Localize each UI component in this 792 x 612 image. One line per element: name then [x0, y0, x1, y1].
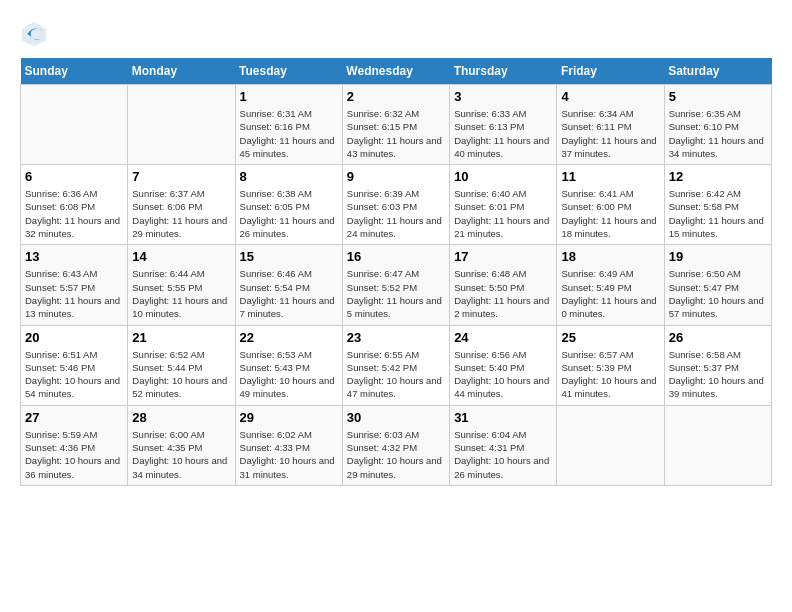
weekday-header-thursday: Thursday	[450, 58, 557, 85]
day-number: 30	[347, 410, 445, 425]
day-number: 19	[669, 249, 767, 264]
calendar-cell: 28Sunrise: 6:00 AM Sunset: 4:35 PM Dayli…	[128, 405, 235, 485]
calendar-cell: 24Sunrise: 6:56 AM Sunset: 5:40 PM Dayli…	[450, 325, 557, 405]
day-info: Sunrise: 6:36 AM Sunset: 6:08 PM Dayligh…	[25, 187, 123, 240]
day-number: 25	[561, 330, 659, 345]
calendar-cell: 15Sunrise: 6:46 AM Sunset: 5:54 PM Dayli…	[235, 245, 342, 325]
day-number: 28	[132, 410, 230, 425]
day-info: Sunrise: 6:34 AM Sunset: 6:11 PM Dayligh…	[561, 107, 659, 160]
day-number: 14	[132, 249, 230, 264]
day-number: 9	[347, 169, 445, 184]
weekday-header-monday: Monday	[128, 58, 235, 85]
calendar-cell: 17Sunrise: 6:48 AM Sunset: 5:50 PM Dayli…	[450, 245, 557, 325]
logo	[20, 20, 52, 48]
calendar-cell: 7Sunrise: 6:37 AM Sunset: 6:06 PM Daylig…	[128, 165, 235, 245]
day-info: Sunrise: 6:41 AM Sunset: 6:00 PM Dayligh…	[561, 187, 659, 240]
weekday-header-wednesday: Wednesday	[342, 58, 449, 85]
day-number: 6	[25, 169, 123, 184]
calendar-table: SundayMondayTuesdayWednesdayThursdayFrid…	[20, 58, 772, 486]
calendar-week-row: 27Sunrise: 5:59 AM Sunset: 4:36 PM Dayli…	[21, 405, 772, 485]
calendar-cell: 11Sunrise: 6:41 AM Sunset: 6:00 PM Dayli…	[557, 165, 664, 245]
day-info: Sunrise: 5:59 AM Sunset: 4:36 PM Dayligh…	[25, 428, 123, 481]
calendar-cell: 13Sunrise: 6:43 AM Sunset: 5:57 PM Dayli…	[21, 245, 128, 325]
day-info: Sunrise: 6:55 AM Sunset: 5:42 PM Dayligh…	[347, 348, 445, 401]
day-info: Sunrise: 6:32 AM Sunset: 6:15 PM Dayligh…	[347, 107, 445, 160]
day-number: 4	[561, 89, 659, 104]
calendar-cell: 26Sunrise: 6:58 AM Sunset: 5:37 PM Dayli…	[664, 325, 771, 405]
calendar-cell	[128, 85, 235, 165]
day-info: Sunrise: 6:37 AM Sunset: 6:06 PM Dayligh…	[132, 187, 230, 240]
calendar-cell: 4Sunrise: 6:34 AM Sunset: 6:11 PM Daylig…	[557, 85, 664, 165]
calendar-header-row: SundayMondayTuesdayWednesdayThursdayFrid…	[21, 58, 772, 85]
calendar-cell: 14Sunrise: 6:44 AM Sunset: 5:55 PM Dayli…	[128, 245, 235, 325]
day-number: 15	[240, 249, 338, 264]
day-info: Sunrise: 6:57 AM Sunset: 5:39 PM Dayligh…	[561, 348, 659, 401]
day-info: Sunrise: 6:44 AM Sunset: 5:55 PM Dayligh…	[132, 267, 230, 320]
day-number: 7	[132, 169, 230, 184]
day-number: 31	[454, 410, 552, 425]
calendar-cell	[557, 405, 664, 485]
day-number: 13	[25, 249, 123, 264]
calendar-week-row: 1Sunrise: 6:31 AM Sunset: 6:16 PM Daylig…	[21, 85, 772, 165]
calendar-cell: 21Sunrise: 6:52 AM Sunset: 5:44 PM Dayli…	[128, 325, 235, 405]
day-number: 29	[240, 410, 338, 425]
calendar-week-row: 13Sunrise: 6:43 AM Sunset: 5:57 PM Dayli…	[21, 245, 772, 325]
calendar-cell: 3Sunrise: 6:33 AM Sunset: 6:13 PM Daylig…	[450, 85, 557, 165]
calendar-cell: 27Sunrise: 5:59 AM Sunset: 4:36 PM Dayli…	[21, 405, 128, 485]
day-info: Sunrise: 6:42 AM Sunset: 5:58 PM Dayligh…	[669, 187, 767, 240]
day-number: 16	[347, 249, 445, 264]
calendar-cell: 16Sunrise: 6:47 AM Sunset: 5:52 PM Dayli…	[342, 245, 449, 325]
day-info: Sunrise: 6:02 AM Sunset: 4:33 PM Dayligh…	[240, 428, 338, 481]
day-info: Sunrise: 6:38 AM Sunset: 6:05 PM Dayligh…	[240, 187, 338, 240]
day-number: 20	[25, 330, 123, 345]
day-info: Sunrise: 6:33 AM Sunset: 6:13 PM Dayligh…	[454, 107, 552, 160]
day-number: 11	[561, 169, 659, 184]
day-number: 26	[669, 330, 767, 345]
calendar-cell: 12Sunrise: 6:42 AM Sunset: 5:58 PM Dayli…	[664, 165, 771, 245]
day-info: Sunrise: 6:31 AM Sunset: 6:16 PM Dayligh…	[240, 107, 338, 160]
day-number: 22	[240, 330, 338, 345]
calendar-cell	[664, 405, 771, 485]
calendar-cell: 25Sunrise: 6:57 AM Sunset: 5:39 PM Dayli…	[557, 325, 664, 405]
weekday-header-saturday: Saturday	[664, 58, 771, 85]
day-info: Sunrise: 6:43 AM Sunset: 5:57 PM Dayligh…	[25, 267, 123, 320]
day-number: 10	[454, 169, 552, 184]
logo-icon	[20, 20, 48, 48]
weekday-header-sunday: Sunday	[21, 58, 128, 85]
calendar-cell: 30Sunrise: 6:03 AM Sunset: 4:32 PM Dayli…	[342, 405, 449, 485]
day-info: Sunrise: 6:53 AM Sunset: 5:43 PM Dayligh…	[240, 348, 338, 401]
day-info: Sunrise: 6:51 AM Sunset: 5:46 PM Dayligh…	[25, 348, 123, 401]
calendar-cell: 5Sunrise: 6:35 AM Sunset: 6:10 PM Daylig…	[664, 85, 771, 165]
day-number: 5	[669, 89, 767, 104]
day-info: Sunrise: 6:39 AM Sunset: 6:03 PM Dayligh…	[347, 187, 445, 240]
calendar-cell: 2Sunrise: 6:32 AM Sunset: 6:15 PM Daylig…	[342, 85, 449, 165]
day-number: 18	[561, 249, 659, 264]
day-number: 24	[454, 330, 552, 345]
calendar-cell	[21, 85, 128, 165]
day-number: 21	[132, 330, 230, 345]
calendar-cell: 6Sunrise: 6:36 AM Sunset: 6:08 PM Daylig…	[21, 165, 128, 245]
calendar-cell: 20Sunrise: 6:51 AM Sunset: 5:46 PM Dayli…	[21, 325, 128, 405]
day-info: Sunrise: 6:58 AM Sunset: 5:37 PM Dayligh…	[669, 348, 767, 401]
calendar-cell: 23Sunrise: 6:55 AM Sunset: 5:42 PM Dayli…	[342, 325, 449, 405]
calendar-cell: 31Sunrise: 6:04 AM Sunset: 4:31 PM Dayli…	[450, 405, 557, 485]
day-info: Sunrise: 6:00 AM Sunset: 4:35 PM Dayligh…	[132, 428, 230, 481]
day-info: Sunrise: 6:03 AM Sunset: 4:32 PM Dayligh…	[347, 428, 445, 481]
calendar-cell: 19Sunrise: 6:50 AM Sunset: 5:47 PM Dayli…	[664, 245, 771, 325]
calendar-week-row: 20Sunrise: 6:51 AM Sunset: 5:46 PM Dayli…	[21, 325, 772, 405]
page-header	[20, 20, 772, 48]
day-info: Sunrise: 6:49 AM Sunset: 5:49 PM Dayligh…	[561, 267, 659, 320]
calendar-cell: 8Sunrise: 6:38 AM Sunset: 6:05 PM Daylig…	[235, 165, 342, 245]
day-info: Sunrise: 6:46 AM Sunset: 5:54 PM Dayligh…	[240, 267, 338, 320]
day-number: 12	[669, 169, 767, 184]
weekday-header-tuesday: Tuesday	[235, 58, 342, 85]
calendar-week-row: 6Sunrise: 6:36 AM Sunset: 6:08 PM Daylig…	[21, 165, 772, 245]
day-number: 17	[454, 249, 552, 264]
day-info: Sunrise: 6:04 AM Sunset: 4:31 PM Dayligh…	[454, 428, 552, 481]
day-number: 3	[454, 89, 552, 104]
calendar-cell: 1Sunrise: 6:31 AM Sunset: 6:16 PM Daylig…	[235, 85, 342, 165]
day-number: 23	[347, 330, 445, 345]
day-info: Sunrise: 6:47 AM Sunset: 5:52 PM Dayligh…	[347, 267, 445, 320]
day-number: 8	[240, 169, 338, 184]
day-info: Sunrise: 6:35 AM Sunset: 6:10 PM Dayligh…	[669, 107, 767, 160]
